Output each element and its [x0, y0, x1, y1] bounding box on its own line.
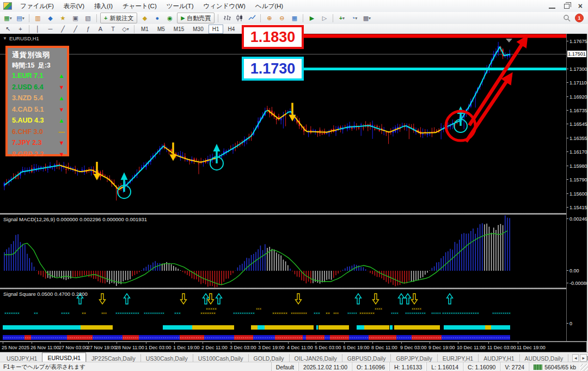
horizontal-line-tool-button[interactable]: ─ [45, 24, 56, 34]
svg-text:××××: ×××× [391, 311, 399, 315]
tile-windows-icon: ▦ [292, 15, 297, 22]
chart-tab-gbpusd-daily[interactable]: GBPUSD,Daily [342, 354, 391, 362]
channel-tool-button[interactable]: ╱ [70, 24, 81, 34]
timeframe-h4[interactable]: H4 [224, 25, 239, 34]
svg-text:××: ×× [326, 311, 330, 315]
tile-windows-button[interactable]: ▦ [289, 13, 300, 23]
minimize-button[interactable] [549, 3, 555, 9]
svg-text:×××××××××××××××××: ××××××××××××××××× [442, 311, 479, 315]
strength-row: 1.EUR 7.1▲ [12, 70, 67, 82]
fibonacci-tool-button[interactable]: ƒ [82, 24, 94, 34]
notification-badge[interactable]: 1 [575, 14, 584, 22]
experts-button[interactable]: ● [151, 13, 163, 23]
chart-tab-gbpjpy-daily[interactable]: GBPJPY,Daily [390, 354, 437, 362]
chart-tab-audjpy-h1[interactable]: AUDJPY,H1 [478, 354, 519, 362]
time-axis-label: 28 Nov 11:00 [115, 345, 144, 350]
time-axis-label: 26 Nov 11:00 [30, 345, 59, 350]
macd-panel[interactable]: Signal MACD(12,26,9) 0.000000 0.002296 0… [0, 215, 566, 288]
menu-view[interactable]: 表示(V) [59, 2, 89, 10]
signal-square-panel[interactable]: ××××××××××××××××××××××××××××××××××××××××… [0, 289, 566, 341]
metaeditor-button[interactable]: ◆ [139, 13, 150, 23]
line-chart-button[interactable] [246, 13, 258, 23]
toolbar-right: 1 [563, 14, 588, 22]
timeframe-m15[interactable]: M15 [170, 25, 188, 34]
zoom-out-button[interactable]: ⊖ [276, 13, 287, 23]
status-connection: 56045/65 kb [529, 362, 580, 371]
play-icon: ▶ [181, 15, 185, 21]
chart-tab-oil-jan26-daily[interactable]: OIL-JAN26,Daily [289, 354, 342, 362]
chart-tab-eurusd-h1[interactable]: EURUSD,H1 [42, 352, 86, 362]
chart-tab-usdjpy-h1[interactable]: USDJPY,H1 [2, 354, 42, 362]
strength-row: 4.CAD 5.1▼ [12, 104, 67, 115]
navigator-button[interactable]: ◆ [45, 13, 56, 23]
menu-bar: ファイル(F) 表示(V) 挿入(I) チャート(C) ツール(T) ウィンドウ… [0, 0, 588, 13]
chart-window[interactable]: ▼ EURUSD,H1 通貨別強弱 時間:15 足:3 1.EUR 7.1▲2.… [0, 34, 588, 352]
new-chart-button[interactable]: ▦▾ [2, 13, 14, 23]
chart-tab-us30cash-daily[interactable]: US30Cash,Daily [140, 354, 193, 362]
tab-scroll-right-icon[interactable]: ▸ [580, 354, 587, 362]
crosshair-tool-button[interactable]: + [15, 24, 26, 34]
periods-button[interactable]: ◔▾ [348, 13, 360, 23]
timeframe-m1[interactable]: M1 [137, 25, 152, 34]
price-scale[interactable]: 1.176751.173001.171101.169201.167351.165… [566, 34, 587, 341]
close-button[interactable]: × [578, 3, 583, 9]
status-profile[interactable]: Default [271, 362, 298, 371]
up-arrow-icon: ▲ [56, 72, 67, 79]
profiles-button[interactable]: ▤▾ [15, 13, 26, 23]
tab-scroll-left-icon[interactable]: ◂ [572, 354, 579, 362]
vertical-line-tool-button[interactable]: │ [32, 24, 44, 34]
new-order-button[interactable]: +新規注文 [100, 13, 137, 23]
templates-button[interactable]: ▩▾ [361, 13, 372, 23]
resize-grip[interactable] [580, 364, 588, 371]
timeframe-m5[interactable]: M5 [154, 25, 169, 34]
time-axis[interactable]: 25 Nov 202526 Nov 11:0027 Nov 03:0027 No… [0, 342, 586, 352]
text-tool-button[interactable]: A [95, 24, 106, 34]
cursor-tool-button[interactable]: ↖ [2, 24, 14, 34]
chart-symbol-label[interactable]: ▼ EURUSD,H1 [3, 35, 39, 41]
chart-tab-us100cash-daily[interactable]: US100Cash,Daily [193, 354, 248, 362]
candle-chart-button[interactable] [234, 13, 245, 23]
chart-tab-gold-daily[interactable]: GOLD,Daily [248, 354, 289, 362]
signals-button[interactable]: ◉ [164, 13, 175, 23]
down-arrow-icon: ▼ [56, 139, 67, 146]
zoom-in-button[interactable]: ⊕ [264, 13, 275, 23]
restore-button[interactable] [564, 4, 569, 9]
timeframe-m30[interactable]: M30 [189, 25, 207, 34]
status-low: L: 1.16014 [426, 362, 463, 371]
menu-tools[interactable]: ツール(T) [162, 2, 199, 10]
toolbar-separator [333, 14, 333, 22]
timeframe-h1[interactable]: H1 [209, 25, 223, 34]
svg-text:×××××××××: ××××××××× [492, 311, 511, 315]
favorites-button[interactable]: ★ [57, 13, 69, 23]
menu-insert[interactable]: 挿入(I) [89, 2, 118, 10]
label-icon: T [111, 26, 115, 32]
svg-text:××××××××××××××: ×××××××××××××× [93, 336, 122, 340]
collapse-icon[interactable]: ▼ [3, 36, 7, 41]
strategy-tester-button[interactable]: ▧ [82, 13, 94, 23]
menu-window[interactable]: ウィンドウ(W) [198, 2, 250, 10]
menu-charts[interactable]: チャート(C) [118, 2, 162, 10]
star-icon: ★ [60, 15, 66, 22]
price-scale-label: 1.17110 [569, 80, 587, 86]
market-watch-button[interactable]: ▥ [32, 13, 44, 23]
terminal-button[interactable]: ▣ [70, 13, 81, 23]
down-arrow-icon: ▼ [56, 106, 67, 113]
time-axis-tick [174, 342, 175, 344]
menu-help[interactable]: ヘルプ(H) [250, 2, 288, 10]
bar-chart-button[interactable] [221, 13, 232, 23]
time-axis-label: 10 Dec 11:00 [457, 345, 486, 350]
label-tool-button[interactable]: T [107, 24, 119, 34]
menu-file[interactable]: ファイル(F) [15, 2, 59, 10]
chart-tab-audusd-daily[interactable]: AUDUSD,Daily [519, 354, 568, 362]
chart-shift-button[interactable]: ▷ [318, 13, 330, 23]
chart-tab-eurjpy-h1[interactable]: EURJPY,H1 [437, 354, 478, 362]
auto-scroll-button[interactable]: ▶ [306, 13, 317, 23]
shapes-tool-button[interactable]: ◇▾ [120, 24, 131, 34]
indicators-button[interactable]: +▾ [336, 13, 347, 23]
horizontal-line-icon: ─ [48, 26, 53, 32]
trendline-tool-button[interactable]: ╱ [57, 24, 69, 34]
autotrade-button[interactable]: ▶自動売買 [177, 13, 215, 23]
price-scale-label: 1.16735 [569, 108, 587, 113]
search-icon[interactable] [563, 14, 571, 22]
chart-tab-jp225cash-daily[interactable]: JP225Cash,Daily [86, 354, 140, 362]
